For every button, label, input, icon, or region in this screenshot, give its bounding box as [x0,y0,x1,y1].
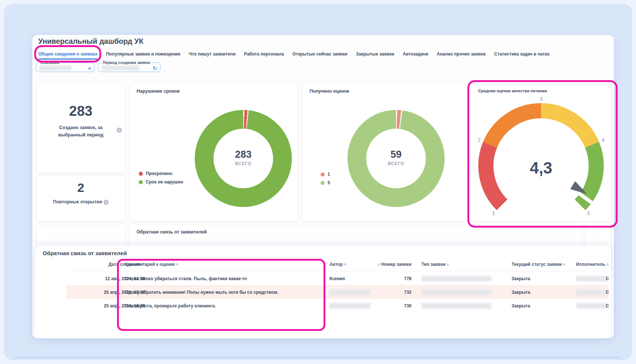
tab-6[interactable]: Автозадачи [403,51,428,60]
sort-caret-icon: ˄ [563,262,565,267]
cell-type [421,272,499,285]
column-header-number[interactable]: ˄Номер заявки [367,258,411,271]
column-label: Тип заявки [421,262,445,267]
legend-ratings: 15 [321,172,330,185]
cell-type [421,285,499,299]
legend-dot-icon [139,180,143,184]
tab-bar: Общие сведения о заявкахПопулярные заявк… [38,50,550,60]
column-label: Исполнитель [576,262,605,267]
donut-center-deadlines: 283 ВСЕГО [195,149,292,166]
legend-item[interactable]: Срок не нарушен [139,179,183,185]
column-header-status[interactable]: Текущий статус заявки˄ [512,258,574,271]
column-label: Номер заявки [381,262,411,267]
tab-5[interactable]: Закрытые заявки [356,51,394,60]
column-label: Текущий статус заявки [512,262,562,267]
tab-2[interactable]: Что пишут заявители [189,51,236,60]
cell-number: 732 [367,285,411,299]
filter-period[interactable]: Период создания заявок ↻ [98,60,160,72]
feedback-panel-title: Обратная связь от заявителей [43,250,127,256]
legend-label: 5 [328,180,330,185]
masked-value [421,276,491,282]
masked-value [576,303,608,309]
filter-period-label: Период создания заявок [101,60,152,65]
tab-3[interactable]: Работа персонала [244,51,284,60]
masked-value [576,289,608,295]
cell-number: 778 [367,272,411,285]
table-row[interactable]: 12 авг., 2024, 14:38Очень плохо убиратьс… [66,271,609,285]
sort-caret-icon: ˄ [446,262,449,267]
masked-value [329,303,371,309]
column-header-executor[interactable]: Исполнитель˄ [576,258,608,271]
legend-item[interactable]: 5 [321,180,330,185]
stat-card-reopened: 2 Повторные открытия i [36,175,126,222]
masked-value [329,289,371,295]
info-icon[interactable]: i [117,128,122,133]
tab-0[interactable]: Общие сведения о заявках [38,51,98,60]
truncated-card-feedback-title: Обратная связь от заявителей [137,229,207,235]
donut-total-caption: ВСЕГО [347,161,445,166]
masked-value [576,276,608,282]
cell-status: Закрыта [512,272,574,285]
cell-type [421,299,499,313]
cell-number: 730 [367,299,411,313]
stat-created-label: Создано заявок, за выбранный период [36,124,126,139]
donut-total-value: 283 [195,149,292,160]
legend-dot-icon [321,181,325,185]
filter-company-label: Компания [39,60,61,65]
stat-created-value: 283 [36,103,126,119]
cell-executor [576,299,608,313]
column-header-type[interactable]: Тип заявки˄ [421,258,499,271]
clear-icon[interactable]: × [88,65,91,71]
tab-1[interactable]: Популярные заявки и помещения [106,51,180,60]
clipped-edge-text: С [606,299,609,313]
column-header-comment[interactable]: Комментарий к оценке˄ [125,258,326,271]
chart-title-food-quality: Средняя оценка качества питания [478,89,547,93]
tab-7[interactable]: Анализ прочих заявок [437,51,486,60]
cell-executor [576,272,608,285]
legend-dot-icon [321,172,325,176]
clipped-edge-text: С [606,272,609,285]
cell-comment: Пожалуйста, проверьте работу клининга. [125,299,326,313]
stat-reopened-label-text: Повторные открытия [53,199,102,204]
legend-label: Срок не нарушен [146,179,183,185]
table-row[interactable]: 25 апр., 2024, 16:34Пожалуйста, проверьт… [66,299,609,313]
tab-4[interactable]: Открытые сейчас заявки [292,51,347,60]
donut-total-caption: ВСЕГО [195,161,292,166]
chart-title-deadlines: Нарушение сроков [137,89,180,94]
filter-company-value-masked [39,65,71,71]
filter-company[interactable]: Компания × [36,60,95,72]
legend-item[interactable]: Просрочено [139,171,183,176]
svg-text:3: 3 [540,96,543,102]
reset-icon[interactable]: ↻ [152,65,157,71]
column-label: Автор [329,262,343,267]
legend-deadlines: ПросроченоСрок не нарушен [139,171,183,185]
gauge-value: 4,3 [471,159,611,177]
screenshot-frame: Универсальный дашборд УК Общие сведения … [0,0,636,364]
chart-card-ratings: Получено оценок 15 59 ВСЕГО [302,83,466,222]
legend-label: 1 [328,172,330,177]
svg-text:4: 4 [601,137,604,143]
clipped-edge-text: С [606,285,609,299]
tab-8[interactable]: Статистика задач в чатах [494,51,550,60]
cell-comment: Прошу обратить внимание! Полы нужно мыть… [125,285,326,299]
filter-period-value-masked [101,65,139,71]
cell-executor [576,285,608,299]
legend-item[interactable]: 1 [321,172,330,177]
sort-caret-icon: ˄ [606,262,608,267]
chart-title-ratings: Получено оценок [310,89,349,94]
table-row[interactable]: 25 апр., 2024, 17:09Прошу обратить внима… [66,285,609,299]
bottom-strip [15,357,621,358]
stat-reopened-label: Повторные открытия i [36,198,126,206]
svg-text:1: 1 [492,210,495,216]
cell-comment: Очень плохо убираться стали. Пыль, фанти… [125,272,326,285]
feedback-panel: Обратная связь от заявителей Дата создан… [35,246,611,338]
masked-value [421,303,491,309]
legend-dot-icon [139,172,143,176]
feedback-table-header: Дата создания˄Комментарий к оценке˄Автор… [66,258,609,271]
svg-text:2: 2 [478,137,481,143]
sort-caret-icon: ˄ [176,262,178,267]
sort-caret-icon: ˄ [344,262,346,267]
stat-reopened-value: 2 [36,181,126,195]
info-icon[interactable]: i [103,200,109,205]
gauge-chart-food-quality: 12345 [471,94,611,221]
